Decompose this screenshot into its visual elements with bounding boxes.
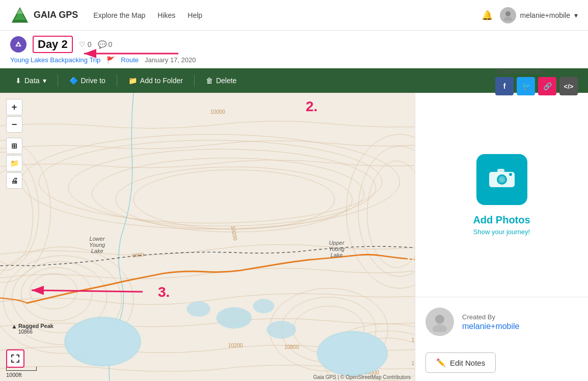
creator-name: melanie+mobile xyxy=(462,322,578,331)
share-embed-button[interactable]: </> xyxy=(559,77,578,95)
upper-young-lake-label: Upper Young Lake xyxy=(329,240,344,258)
drive-to-label: Drive to xyxy=(81,77,105,85)
svg-point-4 xyxy=(504,17,512,21)
logo: GAIA GPS xyxy=(10,6,78,25)
nav-help[interactable]: Help xyxy=(188,11,202,19)
add-photos-title: Add Photos xyxy=(473,214,530,226)
svg-point-5 xyxy=(17,44,19,46)
edit-notes-label: Edit Notes xyxy=(450,359,485,367)
nav-left: GAIA GPS Explore the Map Hikes Help xyxy=(10,6,202,25)
svg-rect-55 xyxy=(497,169,504,172)
map-controls: + − ⊞ 📁 🖨 xyxy=(6,99,22,189)
toolbar-divider-1 xyxy=(58,74,58,87)
svg-text:10800: 10800 xyxy=(284,344,299,350)
svg-point-47 xyxy=(266,321,296,339)
comment-icon: 💬 xyxy=(98,40,106,48)
route-type-circle xyxy=(10,36,26,53)
like-count: ♡ 0 xyxy=(79,40,92,48)
chevron-down-icon: ▾ xyxy=(574,11,578,19)
add-folder-button[interactable]: 📁 Add to Folder xyxy=(121,73,190,88)
svg-point-3 xyxy=(505,11,511,16)
map-attribution: Gaia GPS | © OpenStreetMap Contributors xyxy=(313,374,411,380)
user-avatar xyxy=(500,7,516,23)
svg-point-43 xyxy=(318,333,386,374)
map-layer-controls: ⊞ 📁 🖨 xyxy=(6,138,22,189)
svg-text:10600: 10600 xyxy=(412,337,415,343)
folder-map-button[interactable]: 📁 xyxy=(6,155,22,171)
svg-text:10200: 10200 xyxy=(412,361,415,366)
nav-hikes[interactable]: Hikes xyxy=(157,11,175,19)
fullscreen-icon xyxy=(11,354,20,363)
main-content: 9800 10000 10200 10200 10800 10600 10200… xyxy=(0,93,588,381)
sidebar: Add Photos Show your journey! Created By… xyxy=(415,93,588,381)
comment-count: 💬 0 xyxy=(98,40,113,48)
map-scale: 1000ft xyxy=(6,367,37,378)
data-button[interactable]: ⬇ Data ▾ xyxy=(8,73,54,88)
delete-label: Delete xyxy=(216,77,236,85)
edit-notes-button[interactable]: ✏️ Edit Notes xyxy=(425,352,496,373)
bell-icon[interactable]: 🔔 xyxy=(482,10,493,21)
toolbar-divider-3 xyxy=(194,74,195,87)
fullscreen-button[interactable] xyxy=(6,349,24,368)
nav-right: 🔔 melanie+mobile ▾ xyxy=(482,7,578,23)
scale-label: 1000ft xyxy=(6,372,22,378)
route-title-row: Day 2 ♡ 0 💬 0 xyxy=(10,36,578,53)
route-type-icon: 🚩 xyxy=(106,56,115,64)
data-label: Data xyxy=(24,77,40,85)
navigate-icon: 🔷 xyxy=(69,77,78,85)
drive-to-button[interactable]: 🔷 Drive to xyxy=(62,73,113,88)
route-header: Day 2 ♡ 0 💬 0 Young Lakes Backpacking Tr… xyxy=(0,31,588,68)
print-button[interactable]: 🖨 xyxy=(6,172,22,189)
route-title: Day 2 xyxy=(33,36,73,53)
route-meta: Young Lakes Backpacking Trip 🚩 Route Jan… xyxy=(10,56,578,64)
svg-text:9800: 9800 xyxy=(132,252,144,259)
svg-point-44 xyxy=(216,307,252,328)
camera-icon xyxy=(488,165,516,194)
share-section: Share this route: f 🐦 🔗 </> xyxy=(495,67,578,95)
brand-name: GAIA GPS xyxy=(34,10,78,20)
download-icon: ⬇ xyxy=(15,77,21,85)
nav-explore[interactable]: Explore the Map xyxy=(93,11,145,19)
user-menu[interactable]: melanie+mobile ▾ xyxy=(500,7,578,23)
camera-icon-wrap xyxy=(476,154,527,205)
svg-point-57 xyxy=(435,315,444,324)
edit-notes-section: ✏️ Edit Notes xyxy=(415,346,588,381)
pencil-icon: ✏️ xyxy=(436,358,446,367)
nav-links: Explore the Map Hikes Help xyxy=(93,11,202,19)
svg-point-45 xyxy=(253,299,274,313)
creator-section: Created By melanie+mobile xyxy=(415,297,588,346)
add-photos-section[interactable]: Add Photos Show your journey! xyxy=(415,93,588,297)
share-twitter-button[interactable]: 🐦 xyxy=(517,77,535,95)
route-type: Route xyxy=(121,56,139,64)
folder-link[interactable]: Young Lakes Backpacking Trip xyxy=(10,56,100,64)
logo-icon xyxy=(10,6,30,25)
trash-icon: 🗑 xyxy=(206,77,213,85)
toolbar-divider-2 xyxy=(117,74,117,87)
top-nav: GAIA GPS Explore the Map Hikes Help 🔔 me… xyxy=(0,0,588,31)
creator-avatar xyxy=(425,308,454,336)
creator-info: Created By melanie+mobile xyxy=(462,313,578,331)
dropdown-arrow-icon: ▾ xyxy=(43,77,46,85)
map-area[interactable]: 9800 10000 10200 10200 10800 10600 10200… xyxy=(0,93,415,381)
share-icons: f 🐦 🔗 </> xyxy=(495,77,578,95)
zoom-in-button[interactable]: + xyxy=(6,99,22,115)
layers-button[interactable]: ⊞ xyxy=(6,138,22,154)
add-photos-subtitle: Show your journey! xyxy=(473,228,530,236)
scale-bar xyxy=(6,367,37,371)
svg-point-56 xyxy=(509,173,512,176)
map-background: 9800 10000 10200 10200 10800 10600 10200… xyxy=(0,93,415,381)
share-label: Share this route: xyxy=(495,67,578,75)
route-date: January 17, 2020 xyxy=(145,56,196,64)
svg-point-46 xyxy=(186,301,210,317)
delete-button[interactable]: 🗑 Delete xyxy=(199,73,244,88)
add-folder-label: Add to Folder xyxy=(140,77,183,85)
share-link-button[interactable]: 🔗 xyxy=(538,77,556,95)
svg-text:10000: 10000 xyxy=(210,109,225,115)
share-facebook-button[interactable]: f xyxy=(495,77,514,95)
svg-text:10200: 10200 xyxy=(228,343,243,348)
svg-point-58 xyxy=(433,324,447,332)
ragged-peak-label: ▲ Ragged Peak 10866 xyxy=(11,323,54,335)
username: melanie+mobile xyxy=(520,11,570,19)
svg-point-54 xyxy=(500,177,504,182)
zoom-out-button[interactable]: − xyxy=(6,116,22,133)
